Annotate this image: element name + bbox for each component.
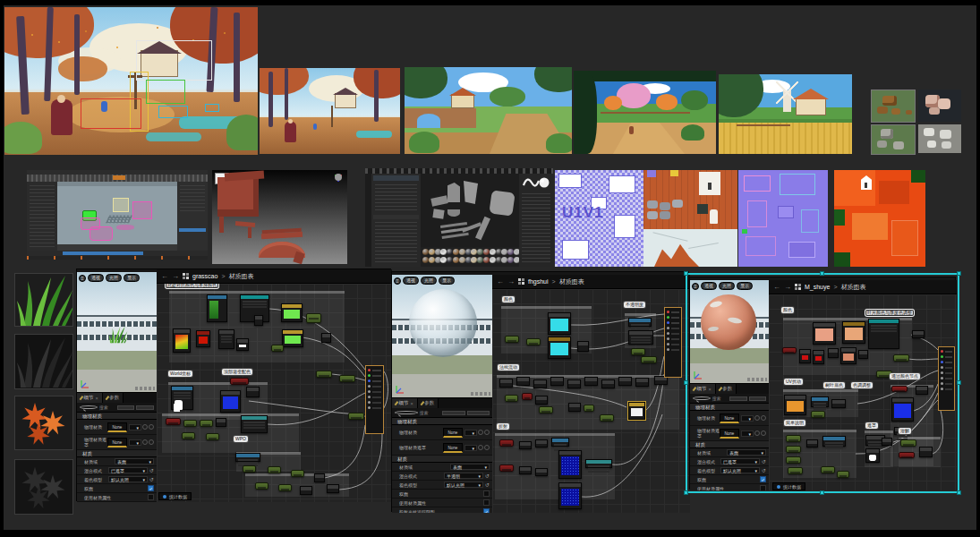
breadcrumb-material-name[interactable]: grasscao — [192, 273, 217, 279]
material-expression-node[interactable] — [533, 379, 547, 388]
comment-group-header[interactable] — [501, 306, 592, 309]
property-dropdown[interactable]: 表面▾ — [450, 464, 490, 470]
node-header[interactable] — [282, 304, 302, 308]
constant-color-node[interactable] — [196, 330, 210, 347]
node-header[interactable] — [800, 350, 810, 354]
constant-color-node[interactable] — [173, 328, 191, 353]
material-expression-node[interactable] — [635, 378, 649, 387]
material-expression-node[interactable] — [499, 379, 513, 388]
breadcrumb-page[interactable]: 材质图表 — [841, 283, 866, 292]
node-header[interactable] — [559, 451, 581, 455]
lit-mode-button[interactable]: 光照 — [106, 274, 122, 282]
selection-handle[interactable] — [820, 490, 824, 495]
node-header[interactable] — [568, 380, 580, 384]
node-header[interactable] — [859, 351, 867, 354]
node-header[interactable] — [322, 334, 330, 337]
node-header[interactable] — [629, 319, 651, 322]
parameter-node[interactable] — [166, 418, 181, 425]
node-header[interactable] — [619, 378, 631, 381]
material-expression-node[interactable] — [577, 341, 589, 352]
node-header[interactable] — [536, 396, 547, 400]
selection-handle[interactable] — [684, 271, 688, 276]
node-header[interactable] — [869, 320, 899, 323]
property-checkbox[interactable]: ✓ — [148, 485, 154, 491]
constant-color-node[interactable] — [558, 450, 582, 479]
parameter-node[interactable] — [182, 432, 195, 439]
material-expression-node[interactable] — [567, 379, 581, 388]
details-search[interactable]: 搜索 — [392, 408, 492, 418]
parameter-node[interactable] — [306, 313, 321, 323]
asset-none-chip[interactable]: None — [720, 413, 739, 423]
forward-icon[interactable]: → — [172, 272, 179, 280]
details-search[interactable]: 搜索 — [77, 403, 157, 413]
material-sphere-thumb[interactable] — [453, 257, 459, 263]
property-dropdown[interactable]: 已遮罩▾ — [720, 458, 760, 465]
parameter-node[interactable] — [786, 435, 801, 442]
color-swatch[interactable] — [845, 328, 863, 340]
node-header[interactable] — [823, 437, 845, 440]
reset-to-default-icon[interactable]: ↺ — [762, 468, 766, 473]
viewport-corner-icons[interactable] — [471, 392, 490, 396]
material-expression-node[interactable] — [831, 399, 846, 408]
material-sphere-thumb[interactable] — [483, 257, 490, 263]
comment-group-header[interactable] — [783, 389, 858, 392]
section-material[interactable]: 材质 — [77, 450, 157, 457]
selection-handle[interactable] — [957, 380, 961, 385]
node-header[interactable] — [841, 348, 856, 352]
parameter-node[interactable] — [291, 470, 304, 477]
graph-comment-label[interactable]: 颜色 — [502, 296, 515, 303]
section-physical-material[interactable]: 物理材质 — [690, 404, 769, 411]
material-expression-node[interactable] — [865, 448, 880, 463]
node-header[interactable] — [283, 330, 303, 334]
material-expression-node[interactable] — [806, 439, 818, 448]
graph-comment-label[interactable]: WPO — [234, 436, 248, 442]
tab-parameters[interactable]: 参数 — [418, 398, 439, 408]
color-swatch[interactable] — [561, 489, 579, 506]
hierarchy-icon[interactable] — [518, 278, 524, 285]
show-button[interactable]: 显示 — [124, 274, 140, 282]
material-expression-node[interactable] — [216, 418, 226, 427]
parameter-node[interactable] — [893, 354, 909, 362]
node-header[interactable] — [814, 351, 823, 354]
graph-comment-label[interactable]: 折射 — [497, 423, 509, 430]
node-header[interactable] — [578, 342, 588, 345]
parameter-node[interactable] — [183, 420, 197, 427]
parameter-node[interactable] — [891, 386, 908, 392]
material-expression-node[interactable] — [519, 441, 532, 449]
stats-tab[interactable]: 统计数据 — [772, 482, 805, 490]
property-checkbox[interactable] — [760, 485, 766, 490]
material-expression-node[interactable] — [516, 377, 530, 386]
selection-handle[interactable] — [820, 271, 824, 276]
node-header[interactable] — [585, 378, 597, 381]
material-sphere-thumb[interactable] — [453, 249, 459, 255]
graph-comment-label[interactable]: 颜色 — [781, 307, 794, 313]
material-expression-node[interactable] — [235, 453, 260, 462]
material-sphere-thumb[interactable] — [429, 257, 435, 263]
color-swatch[interactable] — [175, 335, 188, 349]
material-expression-node[interactable] — [822, 436, 846, 447]
color-swatch[interactable] — [550, 343, 568, 355]
viewport-menu-button[interactable]: ≡ — [394, 277, 401, 285]
node-header[interactable] — [920, 448, 932, 451]
property-dropdown[interactable]: 半透明▾ — [444, 473, 483, 479]
node-header[interactable] — [829, 349, 838, 353]
node-header[interactable] — [629, 331, 652, 335]
show-button[interactable]: 显示 — [737, 282, 753, 290]
constant-color-node[interactable] — [220, 390, 241, 413]
use-selected-icon[interactable] — [142, 439, 148, 445]
maya-viewport[interactable] — [57, 182, 177, 244]
node-header[interactable] — [221, 391, 240, 395]
node-header[interactable] — [814, 323, 835, 327]
browse-icon[interactable] — [149, 424, 154, 430]
node-header[interactable] — [636, 379, 648, 382]
filter-icon[interactable] — [442, 411, 465, 415]
forward-icon[interactable]: → — [784, 283, 791, 291]
color-swatch[interactable] — [199, 337, 208, 344]
constant-color-node[interactable] — [282, 329, 303, 347]
parameter-node[interactable] — [339, 375, 355, 382]
node-header[interactable] — [217, 419, 226, 422]
parameter-node[interactable] — [631, 348, 645, 355]
material-preview-viewport[interactable]: ≡ 透视 光照 显示 — [392, 275, 492, 397]
stats-tab[interactable]: 统计数据 — [158, 492, 192, 500]
hierarchy-icon[interactable] — [795, 284, 801, 290]
